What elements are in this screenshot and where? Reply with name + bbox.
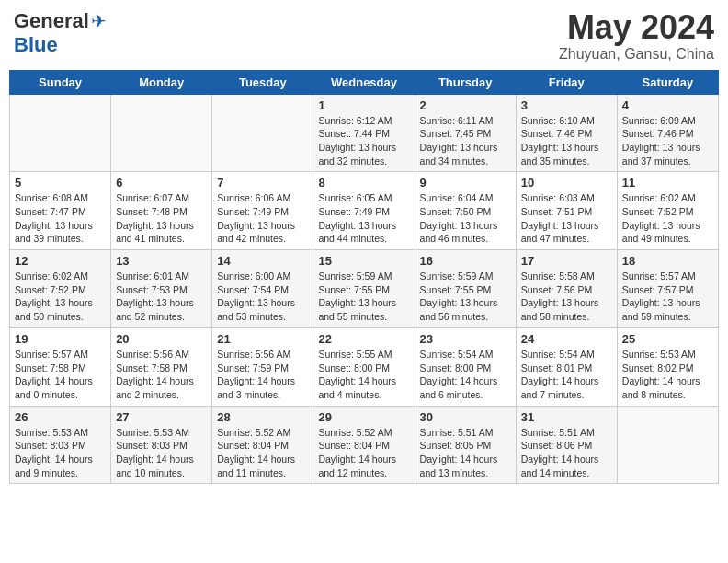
day-info: Sunrise: 5:58 AM Sunset: 7:56 PM Dayligh… xyxy=(521,270,612,324)
calendar-cell: 11Sunrise: 6:02 AM Sunset: 7:52 PM Dayli… xyxy=(617,172,718,250)
calendar-week-row: 26Sunrise: 5:53 AM Sunset: 8:03 PM Dayli… xyxy=(10,406,719,484)
weekday-header-thursday: Thursday xyxy=(415,70,516,94)
day-info: Sunrise: 5:54 AM Sunset: 8:01 PM Dayligh… xyxy=(521,348,612,402)
calendar-cell: 30Sunrise: 5:51 AM Sunset: 8:05 PM Dayli… xyxy=(415,406,516,484)
calendar-cell: 24Sunrise: 5:54 AM Sunset: 8:01 PM Dayli… xyxy=(516,327,617,406)
calendar-cell: 6Sunrise: 6:07 AM Sunset: 7:48 PM Daylig… xyxy=(111,172,212,250)
day-info: Sunrise: 5:56 AM Sunset: 7:58 PM Dayligh… xyxy=(116,348,207,402)
weekday-header-saturday: Saturday xyxy=(617,70,718,94)
day-info: Sunrise: 5:54 AM Sunset: 8:00 PM Dayligh… xyxy=(420,348,511,402)
calendar-cell: 22Sunrise: 5:55 AM Sunset: 8:00 PM Dayli… xyxy=(313,327,415,406)
day-info: Sunrise: 5:52 AM Sunset: 8:04 PM Dayligh… xyxy=(318,426,409,480)
day-number: 18 xyxy=(622,254,713,268)
calendar-cell: 7Sunrise: 6:06 AM Sunset: 7:49 PM Daylig… xyxy=(212,172,313,250)
calendar-week-row: 12Sunrise: 6:02 AM Sunset: 7:52 PM Dayli… xyxy=(10,250,719,328)
logo-general-text: General xyxy=(14,9,89,33)
day-number: 16 xyxy=(420,254,511,268)
logo: General ✈ Blue xyxy=(14,9,107,57)
weekday-header-monday: Monday xyxy=(111,70,212,94)
calendar-cell: 9Sunrise: 6:04 AM Sunset: 7:50 PM Daylig… xyxy=(415,172,516,250)
day-info: Sunrise: 5:56 AM Sunset: 7:59 PM Dayligh… xyxy=(217,348,308,402)
calendar-cell: 8Sunrise: 6:05 AM Sunset: 7:49 PM Daylig… xyxy=(313,172,415,250)
calendar-week-row: 5Sunrise: 6:08 AM Sunset: 7:47 PM Daylig… xyxy=(10,172,719,250)
day-number: 26 xyxy=(15,410,106,424)
calendar-cell: 15Sunrise: 5:59 AM Sunset: 7:55 PM Dayli… xyxy=(313,250,415,328)
calendar-cell: 10Sunrise: 6:03 AM Sunset: 7:51 PM Dayli… xyxy=(516,172,617,250)
day-number: 31 xyxy=(521,410,612,424)
calendar-week-row: 1Sunrise: 6:12 AM Sunset: 7:44 PM Daylig… xyxy=(10,94,719,172)
day-info: Sunrise: 6:02 AM Sunset: 7:52 PM Dayligh… xyxy=(622,191,713,246)
day-number: 17 xyxy=(521,254,612,268)
day-number: 4 xyxy=(622,98,713,112)
weekday-header-friday: Friday xyxy=(516,70,617,94)
day-number: 1 xyxy=(318,98,409,112)
calendar-cell: 2Sunrise: 6:11 AM Sunset: 7:45 PM Daylig… xyxy=(415,94,516,172)
day-number: 13 xyxy=(116,254,207,268)
calendar-cell: 3Sunrise: 6:10 AM Sunset: 7:46 PM Daylig… xyxy=(516,94,617,172)
calendar-cell: 13Sunrise: 6:01 AM Sunset: 7:53 PM Dayli… xyxy=(111,250,212,328)
day-info: Sunrise: 6:11 AM Sunset: 7:45 PM Dayligh… xyxy=(420,114,511,168)
day-info: Sunrise: 5:52 AM Sunset: 8:04 PM Dayligh… xyxy=(217,426,308,480)
logo-bird-icon: ✈ xyxy=(91,10,107,32)
weekday-header-wednesday: Wednesday xyxy=(313,70,415,94)
day-number: 21 xyxy=(217,332,308,346)
day-number: 8 xyxy=(318,176,409,190)
day-number: 19 xyxy=(15,332,106,346)
calendar-cell: 19Sunrise: 5:57 AM Sunset: 7:58 PM Dayli… xyxy=(10,327,111,406)
calendar-cell: 28Sunrise: 5:52 AM Sunset: 8:04 PM Dayli… xyxy=(212,406,313,484)
day-number: 3 xyxy=(521,98,612,112)
day-info: Sunrise: 5:55 AM Sunset: 8:00 PM Dayligh… xyxy=(318,348,409,402)
day-info: Sunrise: 5:57 AM Sunset: 7:58 PM Dayligh… xyxy=(15,348,106,402)
calendar-cell: 4Sunrise: 6:09 AM Sunset: 7:46 PM Daylig… xyxy=(617,94,718,172)
day-number: 30 xyxy=(420,410,511,424)
calendar-cell xyxy=(212,94,313,172)
day-number: 24 xyxy=(521,332,612,346)
weekday-header-row: SundayMondayTuesdayWednesdayThursdayFrid… xyxy=(10,70,719,94)
day-info: Sunrise: 6:07 AM Sunset: 7:48 PM Dayligh… xyxy=(116,191,207,246)
day-number: 29 xyxy=(318,410,409,424)
calendar-cell: 17Sunrise: 5:58 AM Sunset: 7:56 PM Dayli… xyxy=(516,250,617,328)
day-number: 23 xyxy=(420,332,511,346)
day-number: 2 xyxy=(420,98,511,112)
day-info: Sunrise: 6:04 AM Sunset: 7:50 PM Dayligh… xyxy=(420,191,511,246)
calendar-cell xyxy=(617,406,718,484)
day-number: 10 xyxy=(521,176,612,190)
day-number: 27 xyxy=(116,410,207,424)
calendar-cell: 18Sunrise: 5:57 AM Sunset: 7:57 PM Dayli… xyxy=(617,250,718,328)
day-info: Sunrise: 6:01 AM Sunset: 7:53 PM Dayligh… xyxy=(116,270,207,324)
day-info: Sunrise: 5:51 AM Sunset: 8:05 PM Dayligh… xyxy=(420,426,511,480)
weekday-header-sunday: Sunday xyxy=(10,70,111,94)
calendar-cell xyxy=(111,94,212,172)
day-info: Sunrise: 6:00 AM Sunset: 7:54 PM Dayligh… xyxy=(217,270,308,324)
day-number: 20 xyxy=(116,332,207,346)
day-number: 11 xyxy=(622,176,713,190)
day-info: Sunrise: 6:08 AM Sunset: 7:47 PM Dayligh… xyxy=(15,191,106,246)
calendar-cell: 29Sunrise: 5:52 AM Sunset: 8:04 PM Dayli… xyxy=(313,406,415,484)
calendar-cell: 14Sunrise: 6:00 AM Sunset: 7:54 PM Dayli… xyxy=(212,250,313,328)
day-info: Sunrise: 6:12 AM Sunset: 7:44 PM Dayligh… xyxy=(318,114,409,168)
calendar-cell: 21Sunrise: 5:56 AM Sunset: 7:59 PM Dayli… xyxy=(212,327,313,406)
calendar-cell: 1Sunrise: 6:12 AM Sunset: 7:44 PM Daylig… xyxy=(313,94,415,172)
weekday-header-tuesday: Tuesday xyxy=(212,70,313,94)
calendar-cell: 20Sunrise: 5:56 AM Sunset: 7:58 PM Dayli… xyxy=(111,327,212,406)
day-info: Sunrise: 5:57 AM Sunset: 7:57 PM Dayligh… xyxy=(622,270,713,324)
title-area: May 2024 Zhuyuan, Gansu, China xyxy=(559,9,714,63)
day-info: Sunrise: 6:05 AM Sunset: 7:49 PM Dayligh… xyxy=(318,191,409,246)
calendar-cell: 5Sunrise: 6:08 AM Sunset: 7:47 PM Daylig… xyxy=(10,172,111,250)
day-number: 6 xyxy=(116,176,207,190)
day-number: 14 xyxy=(217,254,308,268)
day-info: Sunrise: 5:53 AM Sunset: 8:03 PM Dayligh… xyxy=(15,426,106,480)
day-number: 25 xyxy=(622,332,713,346)
calendar-cell: 26Sunrise: 5:53 AM Sunset: 8:03 PM Dayli… xyxy=(10,406,111,484)
day-number: 15 xyxy=(318,254,409,268)
day-info: Sunrise: 6:06 AM Sunset: 7:49 PM Dayligh… xyxy=(217,191,308,246)
calendar-cell: 25Sunrise: 5:53 AM Sunset: 8:02 PM Dayli… xyxy=(617,327,718,406)
day-info: Sunrise: 6:10 AM Sunset: 7:46 PM Dayligh… xyxy=(521,114,612,168)
day-number: 28 xyxy=(217,410,308,424)
calendar-cell: 16Sunrise: 5:59 AM Sunset: 7:55 PM Dayli… xyxy=(415,250,516,328)
day-number: 9 xyxy=(420,176,511,190)
month-title: May 2024 xyxy=(559,9,714,46)
day-info: Sunrise: 6:03 AM Sunset: 7:51 PM Dayligh… xyxy=(521,191,612,246)
calendar-cell: 12Sunrise: 6:02 AM Sunset: 7:52 PM Dayli… xyxy=(10,250,111,328)
day-info: Sunrise: 5:59 AM Sunset: 7:55 PM Dayligh… xyxy=(420,270,511,324)
